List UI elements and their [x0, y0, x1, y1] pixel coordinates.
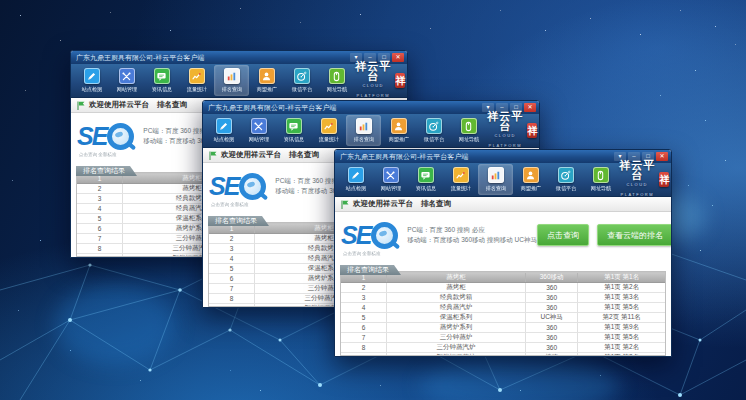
toolbar-item-traffic-stats[interactable]: 流量统计: [443, 164, 478, 195]
desktop-background: 广东九鼎王厨具有限公司-祥云平台客户端 ▾–□✕ 站点检测网站管理资讯信息流量统…: [0, 0, 746, 400]
table-row[interactable]: 4经典蒸汽炉360第1页 第5名: [341, 303, 665, 313]
toolbar-item-wechat-platform[interactable]: 微信平台: [548, 164, 583, 195]
cell-no: 7: [209, 284, 255, 293]
toolbar-item-union-promo[interactable]: 商盟推广: [249, 65, 284, 96]
toolbar-item-info-news[interactable]: 资讯信息: [408, 164, 443, 195]
tools-icon: [119, 68, 135, 84]
chat-icon: [154, 68, 170, 84]
window-title: 广东九鼎王厨具有限公司-祥云平台客户端: [208, 103, 482, 113]
close-button[interactable]: ✕: [656, 152, 668, 161]
toolbar-item-label: 网址导航: [326, 86, 346, 94]
seo-logo-text: SE: [209, 174, 238, 199]
brand-seal: 祥: [527, 123, 537, 138]
toolbar-item-label: 网站管理: [248, 136, 268, 144]
toolbar-item-site-nav[interactable]: 网址导航: [583, 164, 618, 195]
toolbar-item-label: 资讯信息: [415, 185, 435, 193]
toolbar-item-label: 排名查询: [353, 136, 373, 144]
toolbar-item-rank-query[interactable]: 排名查询: [214, 65, 249, 96]
main-toolbar: 站点检测网站管理资讯信息流量统计排名查询商盟推广微信平台网址导航 祥云平台 CL…: [71, 64, 407, 98]
toolbar-item-rank-query[interactable]: 排名查询: [346, 115, 381, 146]
results-tab[interactable]: 排名查询结果: [340, 265, 401, 275]
table-row[interactable]: 9智能恒温蒸炉搜狗第1页 第3名: [341, 353, 665, 356]
window-title: 广东九鼎王厨具有限公司-祥云平台客户端: [76, 53, 350, 63]
toolbar-item-union-promo[interactable]: 商盟推广: [513, 164, 548, 195]
table-row[interactable]: 8三分钟蒸汽炉360第1页 第2名: [341, 343, 665, 353]
window-title: 广东九鼎王厨具有限公司-祥云平台客户端: [340, 152, 614, 162]
table-row[interactable]: 6蒸烤炉系列360第1页 第9名: [341, 323, 665, 333]
toolbar-item-wechat-platform[interactable]: 微信平台: [284, 65, 319, 96]
mouse-icon: [593, 167, 609, 183]
toolbar-item-label: 网址导航: [458, 136, 478, 144]
toolbar-item-site-nav[interactable]: 网址导航: [451, 115, 486, 146]
results-tab[interactable]: 排名查询结果: [208, 216, 269, 226]
toolbar-item-info-news[interactable]: 资讯信息: [276, 115, 311, 146]
cell-no: 5: [209, 264, 255, 273]
table-row[interactable]: 5保温柜系列UC神马第2页 第11名: [341, 313, 665, 323]
cloud-rank-button[interactable]: 查看云端的排名: [597, 224, 671, 246]
cell-no: 3: [77, 194, 123, 203]
cell-engine: 360移动: [526, 273, 578, 282]
current-page-label: 排名查询: [421, 199, 451, 209]
gauge-icon: [558, 167, 574, 183]
seo-tagline: 点击查询 全面精准: [79, 151, 116, 156]
table-row[interactable]: 2蒸烤柜360第1页 第2名: [341, 283, 665, 293]
brand-logo: 祥云平台 CLOUD PLATFORM 祥: [486, 115, 538, 146]
cell-keyword: 蒸烤炉系列: [387, 323, 526, 332]
toolbar-item-label: 商盟推广: [388, 136, 408, 144]
pencil-icon: [216, 118, 232, 134]
close-button[interactable]: ✕: [392, 53, 404, 62]
flag-icon: [77, 101, 85, 110]
cell-rank: 第1页 第3名: [578, 353, 665, 356]
cell-rank: 第1页 第2名: [578, 343, 665, 352]
action-buttons: 点击查询 查看云端的排名: [537, 224, 671, 246]
cell-no: 8: [209, 294, 255, 303]
table-row[interactable]: 7三分钟蒸炉360第1页 第5名: [341, 333, 665, 343]
cell-no: 8: [77, 244, 123, 253]
toolbar-item-site-manage[interactable]: 网站管理: [373, 164, 408, 195]
toolbar-item-wechat-platform[interactable]: 微信平台: [416, 115, 451, 146]
seo-logo-text: SE: [77, 124, 106, 149]
toolbar-item-site-check[interactable]: 站点检测: [206, 115, 241, 146]
seo-logo: SE 点击查询 全面精准: [77, 123, 134, 150]
table-row[interactable]: 3经典款烤箱360第1页 第3名: [341, 293, 665, 303]
cell-no: 9: [209, 304, 255, 307]
toolbar-item-label: 流量统计: [318, 136, 338, 144]
brand-seal: 祥: [659, 172, 669, 187]
chat-icon: [286, 118, 302, 134]
seo-tagline: 点击查询 全面精准: [211, 201, 248, 206]
cell-rank: 第1页 第3名: [578, 293, 665, 302]
barchart-icon: [356, 118, 372, 134]
cell-engine: 360: [526, 333, 578, 342]
cell-rank: 第1页 第5名: [578, 303, 665, 312]
content-area: SE 点击查询 全面精准 PC端：百度 360 搜狗 必应 移动端：百度移动 3…: [335, 212, 671, 356]
brand-logo: 祥云平台 CLOUD PLATFORM 祥: [354, 65, 406, 96]
toolbar-item-site-nav[interactable]: 网址导航: [319, 65, 354, 96]
nebula-glow: [55, 285, 175, 365]
results-tab[interactable]: 排名查询结果: [76, 166, 137, 176]
seo-logo: SE 点击查询 全面精准: [341, 222, 398, 249]
toolbar-item-site-check[interactable]: 站点检测: [338, 164, 373, 195]
toolbar-item-rank-query[interactable]: 排名查询: [478, 164, 513, 195]
magnifier-icon: [371, 222, 398, 249]
mouse-icon: [329, 68, 345, 84]
toolbar-item-site-manage[interactable]: 网站管理: [241, 115, 276, 146]
results-tab-row: 排名查询结果: [335, 255, 671, 271]
pencil-icon: [348, 167, 364, 183]
engine-note-pc: PC端：百度 360 搜狗 必应: [407, 225, 537, 235]
cell-no: 5: [77, 214, 123, 223]
cell-rank: 第1页 第1名: [578, 273, 665, 282]
toolbar-item-traffic-stats[interactable]: 流量统计: [311, 115, 346, 146]
toolbar-item-label: 商盟推广: [520, 185, 540, 193]
toolbar-item-label: 微信平台: [423, 136, 443, 144]
cell-engine: 360: [526, 303, 578, 312]
toolbar-item-site-manage[interactable]: 网站管理: [109, 65, 144, 96]
cell-no: 3: [209, 244, 255, 253]
toolbar-item-union-promo[interactable]: 商盟推广: [381, 115, 416, 146]
toolbar-item-site-check[interactable]: 站点检测: [74, 65, 109, 96]
toolbar-item-traffic-stats[interactable]: 流量统计: [179, 65, 214, 96]
query-button[interactable]: 点击查询: [537, 224, 589, 246]
welcome-text: 欢迎使用祥云平台: [221, 150, 281, 160]
cell-no: 2: [77, 184, 123, 193]
toolbar-item-info-news[interactable]: 资讯信息: [144, 65, 179, 96]
close-button[interactable]: ✕: [524, 103, 536, 112]
